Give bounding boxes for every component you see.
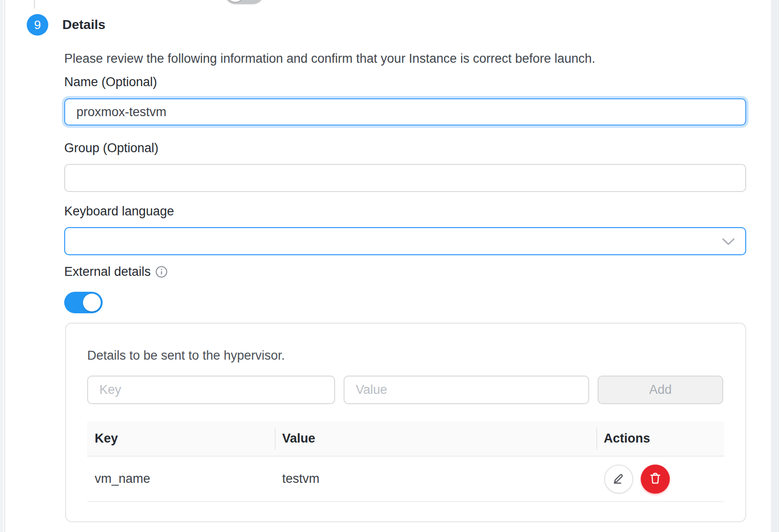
previous-step-toggle[interactable] (225, 0, 263, 4)
add-button-label: Add (649, 383, 672, 397)
page-title: Details (62, 17, 105, 32)
add-button[interactable]: Add (598, 376, 723, 404)
header-key-label: Key (95, 431, 118, 446)
left-border-line (4, 0, 5, 532)
scrollbar-track[interactable] (771, 0, 779, 532)
keyboard-language-label: Keyboard language (64, 204, 174, 219)
table-header-row: Key Value Actions (87, 421, 724, 457)
delete-button[interactable] (641, 465, 670, 494)
column-separator (275, 428, 276, 450)
external-details-label-row: External details (64, 265, 168, 279)
column-separator (596, 428, 597, 450)
info-icon[interactable] (155, 266, 168, 278)
table-header-actions: Actions (596, 421, 724, 456)
keyboard-language-select[interactable] (64, 227, 746, 255)
chevron-down-icon (722, 238, 735, 248)
panel-description: Details to be sent to the hypervisor. (87, 348, 285, 363)
toggle-knob (227, 0, 244, 2)
left-edge-strip (0, 0, 3, 532)
name-input[interactable] (64, 98, 746, 126)
intro-text: Please review the following information … (64, 52, 595, 66)
row-actions-cell (596, 457, 724, 501)
table-row: vm_name testvm (87, 457, 724, 502)
edit-button[interactable] (604, 465, 633, 494)
row-value-value: testvm (282, 472, 320, 486)
external-details-toggle[interactable] (64, 292, 103, 313)
name-label: Name (Optional) (64, 75, 157, 89)
external-details-label: External details (64, 265, 151, 279)
step-number: 9 (34, 18, 41, 32)
table-header-key: Key (87, 421, 275, 456)
row-key-cell: vm_name (87, 457, 275, 501)
value-input[interactable] (344, 376, 589, 404)
header-value-label: Value (282, 431, 315, 446)
group-label: Group (Optional) (64, 141, 158, 155)
row-key-value: vm_name (95, 472, 150, 486)
table-header-value: Value (275, 421, 596, 456)
key-input[interactable] (87, 376, 335, 404)
toggle-knob (83, 294, 101, 311)
trash-icon (648, 471, 662, 487)
group-input[interactable] (64, 164, 746, 192)
step-connector-line (34, 0, 35, 8)
row-value-cell: testvm (275, 457, 596, 501)
header-actions-label: Actions (604, 431, 650, 446)
pencil-icon (612, 471, 626, 487)
details-step-page: 9 Details Please review the following in… (0, 0, 779, 532)
step-number-badge: 9 (27, 14, 48, 36)
